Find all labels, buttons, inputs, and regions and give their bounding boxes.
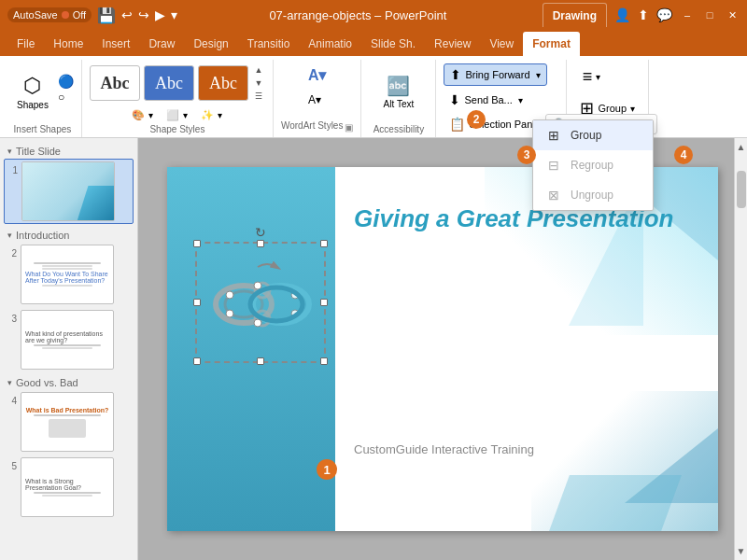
- handle-tc[interactable]: [257, 240, 264, 247]
- shape-style-1[interactable]: Abc: [90, 65, 140, 101]
- slide-thumb-img-3: What kind of presentations are we giving…: [21, 310, 114, 370]
- tab-draw[interactable]: Draw: [139, 32, 184, 56]
- scroll-up-icon[interactable]: ▲: [737, 142, 746, 152]
- slide-thumb-img-5: What is a Strong Presentation Goal?: [21, 457, 114, 517]
- text-fill-btn[interactable]: A▾: [303, 91, 327, 109]
- title-bar: AutoSave Off 💾 ↩ ↪ ▶ ▾ 07-arrange-object…: [0, 0, 747, 30]
- slide-thumbnail-2[interactable]: 2 What Do You Want To Share After Today'…: [4, 243, 134, 306]
- parallelogram-deco: [549, 475, 682, 531]
- slide-thumbnail-3[interactable]: 3 What kind of presentations are we givi…: [4, 308, 134, 371]
- section-title-slide: ▾ Title Slide: [4, 142, 134, 159]
- close-button[interactable]: ✕: [725, 7, 740, 22]
- wordart-btn[interactable]: A▾: [303, 63, 332, 87]
- shape-fill-btn[interactable]: 🎨 ▾: [126, 106, 159, 124]
- present-icon[interactable]: ▶: [155, 7, 165, 22]
- scroll-down-icon[interactable]: ▼: [737, 546, 746, 556]
- account-icon[interactable]: 👤: [614, 7, 630, 22]
- selection-pane-btn[interactable]: 📋 Selection Pane: [444, 114, 543, 134]
- section-arrow-1: ▾: [7, 147, 12, 156]
- styles-arrow[interactable]: ▲ ▼ ☰: [252, 64, 265, 102]
- handle-tl[interactable]: [193, 240, 201, 247]
- tab-design[interactable]: Design: [184, 32, 237, 56]
- send-backward-btn[interactable]: ⬇ Send Ba... ▾: [444, 90, 528, 110]
- tab-home[interactable]: Home: [44, 32, 92, 56]
- shapes-button[interactable]: ⬡ Shapes: [11, 70, 54, 114]
- effects-icon: ✨: [201, 109, 214, 121]
- section-title-label: Title Slide: [16, 146, 61, 157]
- slide-canvas: Giving a Great Presentation ↻: [167, 167, 718, 531]
- accessibility-content: 🔤 Alt Text: [378, 60, 420, 124]
- slide-thumbnail-4[interactable]: 4 What is Bad Presentation?: [4, 390, 134, 454]
- handle-bc[interactable]: [257, 357, 264, 365]
- slide-num-2: 2: [6, 248, 17, 259]
- step2-badge: 2: [467, 110, 486, 129]
- step4-badge: 4: [674, 146, 693, 164]
- svg-point-6: [254, 282, 261, 289]
- selection-group[interactable]: ↻: [195, 242, 326, 363]
- tab-review[interactable]: Review: [425, 32, 480, 56]
- canvas-area: ▲ ▼ Giving a Great Presentation: [138, 138, 747, 560]
- share-icon[interactable]: ⬆: [638, 7, 649, 22]
- thumb-content-2: What Do You Want To Share After Today's …: [21, 245, 113, 303]
- section-arrow-2: ▾: [7, 231, 12, 240]
- tab-drawing[interactable]: Drawing: [543, 3, 607, 27]
- slide-num-4: 4: [6, 396, 17, 406]
- thumb-line-3: [42, 268, 92, 270]
- send-backward-label: Send Ba...: [464, 94, 512, 105]
- tab-file[interactable]: File: [7, 32, 44, 56]
- slide-num-5: 5: [6, 461, 17, 471]
- arrow-down-icon[interactable]: ▼: [252, 77, 265, 89]
- arrow-up-icon[interactable]: ▲: [252, 64, 265, 76]
- group-dropdown-icon: ▾: [630, 104, 635, 114]
- ribbon-group-wordart: A▾ A▾ WordArt Styles ▣: [274, 60, 362, 137]
- save-icon[interactable]: 💾: [97, 7, 116, 24]
- autosave-toggle[interactable]: AutoSave Off: [7, 7, 92, 22]
- tab-view[interactable]: View: [480, 32, 523, 56]
- step1-label: 1: [323, 463, 330, 477]
- shape-style-2[interactable]: Abc: [144, 65, 194, 101]
- ribbon-group-accessibility: 🔤 Alt Text Accessibility: [361, 60, 436, 137]
- slide-num-3: 3: [6, 314, 17, 324]
- comments-icon[interactable]: 💬: [656, 7, 672, 22]
- alt-text-btn[interactable]: 🔤 Alt Text: [378, 71, 420, 113]
- scrollbar-thumb[interactable]: [737, 171, 746, 208]
- slide-thumbnail-5[interactable]: 5 What is a Strong Presentation Goal?: [4, 455, 134, 519]
- fill-label: ▾: [148, 110, 153, 120]
- group-align-btn[interactable]: ≡ ▾: [574, 63, 608, 91]
- more-icon[interactable]: ▾: [171, 7, 177, 22]
- slide-thumbnail-1[interactable]: 1: [4, 159, 134, 224]
- shape-style-3[interactable]: Abc: [198, 65, 248, 101]
- section-good-label: Good vs. Bad: [16, 377, 78, 388]
- handle-br[interactable]: [320, 357, 328, 365]
- tab-transitions[interactable]: Transitio: [238, 32, 300, 56]
- group-menu-icon: ⊞: [544, 126, 563, 145]
- shapes-outline-icon: ○: [58, 91, 74, 104]
- handle-mr[interactable]: [320, 299, 328, 306]
- wordart-expand-icon[interactable]: ▣: [345, 122, 353, 133]
- dropdown-ungroup-item[interactable]: ⊠ Ungroup: [533, 180, 653, 210]
- arrow-more-icon[interactable]: ☰: [252, 91, 265, 102]
- tab-animations[interactable]: Animatio: [299, 32, 361, 56]
- maximize-button[interactable]: □: [702, 7, 717, 22]
- bring-forward-label: Bring Forward: [465, 69, 529, 80]
- scrollbar-vertical[interactable]: ▲ ▼: [734, 138, 747, 560]
- undo-icon[interactable]: ↩: [121, 7, 133, 22]
- dropdown-regroup-item[interactable]: ⊟ Regroup: [533, 150, 653, 180]
- handle-ml[interactable]: [193, 299, 201, 306]
- svg-point-5: [226, 291, 233, 299]
- rotation-handle[interactable]: ↻: [255, 225, 266, 240]
- ungroup-menu-label: Ungroup: [571, 189, 613, 202]
- tab-slideshow[interactable]: Slide Sh.: [361, 32, 425, 56]
- redo-icon[interactable]: ↪: [138, 7, 149, 22]
- tab-format[interactable]: Format: [523, 32, 580, 56]
- minimize-button[interactable]: –: [680, 7, 695, 22]
- fill-icon: 🎨: [132, 109, 145, 121]
- shape-outline-btn[interactable]: ⬜ ▾: [161, 106, 193, 124]
- shape-effects-btn[interactable]: ✨ ▾: [195, 106, 228, 124]
- insert-shapes-label: Insert Shapes: [14, 124, 72, 137]
- handle-bl[interactable]: [193, 357, 201, 365]
- handle-tr[interactable]: [320, 240, 328, 247]
- tab-insert[interactable]: Insert: [92, 32, 139, 56]
- bring-forward-btn[interactable]: ⬆ Bring Forward ▾: [444, 63, 546, 86]
- dropdown-group-item[interactable]: ⊞ Group: [533, 120, 653, 150]
